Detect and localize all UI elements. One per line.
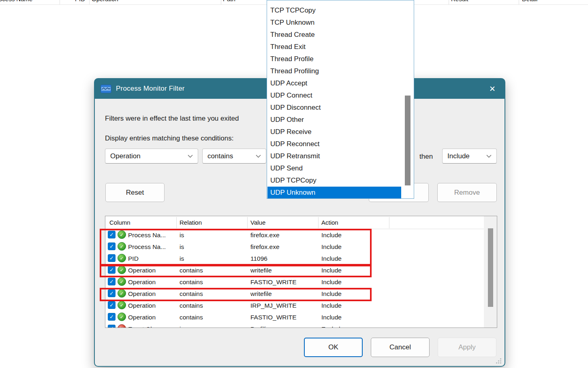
listbox-item[interactable]: UDP Accept — [267, 77, 401, 89]
row-checkbox[interactable]: ✓ — [108, 325, 115, 328]
row-column: Event Class — [128, 325, 162, 328]
row-checkbox[interactable]: ✓ — [108, 242, 115, 250]
cancel-button[interactable]: Cancel — [371, 338, 430, 357]
row-relation: is — [180, 325, 184, 328]
filter-row[interactable]: ✓✓OperationcontainsFASTIO_WRITEInclude — [105, 276, 497, 288]
listbox-item[interactable]: UDP Reconnect — [267, 138, 401, 150]
dialog-title: Process Monitor Filter — [116, 85, 185, 93]
row-checkbox[interactable]: ✓ — [108, 254, 115, 262]
row-action: Include — [321, 267, 342, 274]
filter-row[interactable]: ✓✕Event ClassisProfilingExclude — [105, 323, 497, 328]
operation-listbox: TCP SendTCP TCPCopyTCP UnknownThread Cre… — [267, 0, 414, 199]
row-action: Include — [321, 314, 342, 321]
listbox-item[interactable]: UDP Receive — [267, 126, 401, 138]
row-value: writefile — [250, 290, 272, 298]
row-value: Profiling — [250, 325, 273, 328]
filter-row[interactable]: ✓✓PIDis11096Include — [105, 253, 497, 264]
apply-button[interactable]: Apply — [438, 338, 496, 357]
include-check-icon: ✓ — [118, 230, 126, 239]
column-dropdown[interactable]: Operation — [105, 149, 198, 164]
column-header-process-name[interactable]: Process Name — [0, 0, 32, 2]
filter-list-header: Column Relation Value Action — [105, 216, 497, 229]
header-action[interactable]: Action — [321, 219, 338, 226]
listbox-item[interactable]: UDP Unknown — [267, 187, 401, 199]
listbox-item[interactable]: UDP TCPCopy — [267, 174, 401, 187]
filter-row[interactable]: ✓✓Process Na...isfirefox.exeInclude — [105, 229, 497, 241]
resize-grip-icon[interactable] — [496, 358, 502, 364]
header-value[interactable]: Value — [250, 219, 265, 226]
filter-row[interactable]: ✓✓Process Na...isfirefox.exeInclude — [105, 241, 497, 253]
header-column[interactable]: Column — [109, 219, 130, 226]
header-divider — [389, 217, 389, 228]
column-header-operation[interactable]: Operation — [92, 0, 118, 2]
filter-row[interactable]: ✓✓OperationcontainswritefileInclude — [105, 288, 497, 300]
action-dropdown[interactable]: Include — [442, 149, 497, 164]
listbox-item[interactable]: Thread Profile — [267, 53, 401, 65]
row-column: Operation — [128, 314, 156, 321]
row-action: Include — [321, 290, 342, 298]
listbox-item[interactable]: Thread Exit — [267, 41, 401, 53]
column-header-result[interactable]: Result — [451, 0, 468, 2]
listbox-item[interactable]: TCP TCPCopy — [267, 4, 401, 17]
header-divider — [318, 217, 319, 228]
intro-text: Filters were in effect the last time you… — [105, 115, 239, 123]
chevron-down-icon — [188, 155, 193, 158]
header-divider — [176, 217, 177, 228]
listbox-item[interactable]: UDP Other — [267, 114, 401, 126]
row-checkbox[interactable]: ✓ — [108, 278, 115, 285]
listbox-scrollbar-thumb[interactable] — [405, 96, 411, 185]
remove-button[interactable]: Remove — [437, 183, 497, 202]
listbox-item[interactable]: TCP Send — [267, 0, 401, 4]
row-value: FASTIO_WRITE — [250, 279, 297, 286]
row-value: 11096 — [250, 255, 267, 262]
row-checkbox[interactable]: ✓ — [108, 289, 115, 297]
header-relation[interactable]: Relation — [180, 219, 202, 226]
listbox-item[interactable]: TCP Unknown — [267, 17, 401, 29]
row-column: Operation — [128, 267, 156, 274]
process-monitor-app-icon — [100, 85, 111, 93]
listbox-item[interactable]: UDP Connect — [267, 89, 401, 102]
row-value: writefile — [250, 267, 272, 274]
listbox-item[interactable]: UDP Retransmit — [267, 150, 401, 162]
row-action: Exclude — [321, 325, 344, 328]
row-checkbox[interactable]: ✓ — [108, 231, 115, 238]
row-checkbox[interactable]: ✓ — [108, 266, 115, 274]
row-column: Operation — [128, 302, 156, 309]
table-scrollbar[interactable] — [484, 216, 497, 328]
filter-row[interactable]: ✓✓OperationcontainswritefileInclude — [105, 264, 497, 276]
row-column: Process Na... — [128, 243, 166, 251]
filter-row[interactable]: ✓✓OperationcontainsIRP_MJ_WRITEInclude — [105, 300, 497, 311]
operation-listbox-items: TCP SendTCP TCPCopyTCP UnknownThread Cre… — [267, 0, 414, 199]
close-icon[interactable]: ✕ — [486, 83, 498, 94]
relation-dropdown[interactable]: contains — [202, 149, 266, 164]
row-action: Include — [321, 279, 342, 286]
include-check-icon: ✓ — [118, 266, 126, 274]
table-scrollbar-thumb[interactable] — [488, 228, 493, 307]
include-check-icon: ✓ — [118, 289, 126, 298]
header-divider — [247, 217, 248, 228]
column-header-detail[interactable]: Detail — [522, 0, 537, 2]
conditions-label: Display entries matching these condition… — [105, 134, 234, 143]
ok-button[interactable]: OK — [304, 338, 363, 357]
listbox-item[interactable]: UDP Disconnect — [267, 102, 401, 114]
column-header-pid[interactable]: PID — [75, 0, 85, 2]
listbox-item[interactable]: Thread Profiling — [267, 65, 401, 77]
reset-button[interactable]: Reset — [105, 183, 165, 202]
row-relation: is — [180, 243, 184, 251]
row-relation: contains — [180, 302, 203, 309]
column-divider — [449, 0, 449, 5]
row-relation: contains — [180, 290, 203, 298]
listbox-item[interactable]: UDP Send — [267, 162, 401, 174]
row-relation: is — [180, 232, 184, 239]
row-checkbox[interactable]: ✓ — [108, 301, 115, 309]
listbox-item[interactable]: Thread Create — [267, 29, 401, 41]
row-action: Include — [321, 232, 342, 239]
row-value: FASTIO_WRITE — [250, 314, 297, 321]
row-column: Process Na... — [128, 232, 166, 239]
column-header-path[interactable]: Path — [223, 0, 235, 2]
row-relation: contains — [180, 267, 203, 274]
row-column: PID — [128, 255, 139, 262]
filter-row[interactable]: ✓✓OperationcontainsFASTIO_WRITEInclude — [105, 311, 497, 323]
include-check-icon: ✓ — [118, 277, 126, 286]
row-checkbox[interactable]: ✓ — [108, 313, 115, 321]
